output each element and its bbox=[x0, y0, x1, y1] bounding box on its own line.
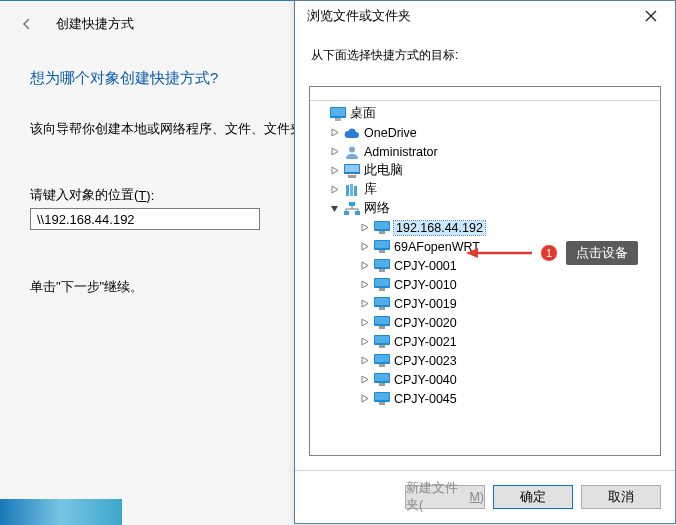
svg-rect-11 bbox=[344, 211, 349, 215]
svg-rect-17 bbox=[375, 241, 389, 248]
dialog-title: 浏览文件或文件夹 bbox=[307, 7, 411, 25]
tree-node-host-1[interactable]: 69AFopenWRT bbox=[314, 237, 657, 256]
tree-node-lvl1-3[interactable]: 库 bbox=[314, 180, 657, 199]
tree-node-host-4[interactable]: CPJY-0019 bbox=[314, 294, 657, 313]
expand-toggle-icon[interactable] bbox=[328, 203, 340, 215]
expand-toggle-icon[interactable] bbox=[358, 374, 370, 386]
new-folder-button[interactable]: 新建文件夹(M) bbox=[405, 485, 485, 509]
svg-rect-24 bbox=[379, 288, 385, 291]
location-input[interactable] bbox=[30, 208, 260, 230]
desktop-icon bbox=[329, 106, 347, 122]
tree-node-desktop[interactable]: 桌面 bbox=[314, 104, 657, 123]
svg-rect-18 bbox=[379, 250, 385, 253]
expand-toggle-icon[interactable] bbox=[328, 184, 340, 196]
expand-toggle-icon[interactable] bbox=[358, 260, 370, 272]
svg-rect-32 bbox=[375, 336, 389, 343]
tree-node-lvl1-0[interactable]: OneDrive bbox=[314, 123, 657, 142]
tree-header-bar bbox=[310, 87, 660, 101]
close-button[interactable] bbox=[631, 3, 671, 29]
folder-tree[interactable]: 桌面OneDriveAdministrator此电脑库网络192.168.44.… bbox=[310, 101, 660, 455]
expand-toggle-icon[interactable] bbox=[358, 222, 370, 234]
svg-rect-1 bbox=[331, 108, 345, 116]
taskbar-fragment bbox=[0, 499, 122, 525]
host-icon bbox=[373, 391, 391, 407]
svg-rect-12 bbox=[355, 211, 360, 215]
svg-rect-23 bbox=[375, 279, 389, 286]
svg-rect-9 bbox=[354, 186, 357, 196]
svg-rect-36 bbox=[379, 364, 385, 367]
expand-toggle-icon[interactable] bbox=[358, 279, 370, 291]
expand-toggle-icon[interactable] bbox=[358, 241, 370, 253]
tree-node-label: CPJY-0021 bbox=[394, 335, 457, 349]
svg-rect-20 bbox=[375, 260, 389, 267]
tree-node-label: 此电脑 bbox=[364, 162, 403, 179]
tree-node-host-3[interactable]: CPJY-0010 bbox=[314, 275, 657, 294]
back-button[interactable] bbox=[18, 15, 36, 33]
host-icon bbox=[373, 277, 391, 293]
svg-rect-8 bbox=[350, 184, 353, 196]
host-icon bbox=[373, 353, 391, 369]
tree-node-host-7[interactable]: CPJY-0023 bbox=[314, 351, 657, 370]
svg-rect-35 bbox=[375, 355, 389, 362]
tree-node-label: CPJY-0010 bbox=[394, 278, 457, 292]
tree-node-host-2[interactable]: CPJY-0001 bbox=[314, 256, 657, 275]
svg-rect-33 bbox=[379, 345, 385, 348]
host-icon bbox=[373, 334, 391, 350]
tree-container: 桌面OneDriveAdministrator此电脑库网络192.168.44.… bbox=[309, 86, 661, 456]
tree-node-label: CPJY-0020 bbox=[394, 316, 457, 330]
host-icon bbox=[373, 258, 391, 274]
host-icon bbox=[373, 296, 391, 312]
tree-node-lvl1-1[interactable]: Administrator bbox=[314, 142, 657, 161]
svg-rect-5 bbox=[345, 165, 359, 172]
tree-node-host-5[interactable]: CPJY-0020 bbox=[314, 313, 657, 332]
wizard-title: 创建快捷方式 bbox=[56, 15, 134, 33]
tree-node-label: CPJY-0023 bbox=[394, 354, 457, 368]
host-icon bbox=[373, 372, 391, 388]
svg-rect-39 bbox=[379, 383, 385, 386]
svg-rect-30 bbox=[379, 326, 385, 329]
svg-rect-7 bbox=[346, 185, 349, 196]
tree-node-label: Administrator bbox=[364, 145, 438, 159]
tree-node-label: CPJY-0040 bbox=[394, 373, 457, 387]
expand-toggle-icon[interactable] bbox=[358, 355, 370, 367]
dialog-hint: 从下面选择快捷方式的目标: bbox=[295, 31, 675, 86]
expand-toggle-icon[interactable] bbox=[328, 127, 340, 139]
host-icon bbox=[373, 220, 391, 236]
tree-node-host-8[interactable]: CPJY-0040 bbox=[314, 370, 657, 389]
tree-node-label: 网络 bbox=[364, 200, 390, 217]
browse-folder-dialog: 浏览文件或文件夹 从下面选择快捷方式的目标: 桌面OneDriveAdminis… bbox=[294, 0, 676, 524]
svg-point-3 bbox=[349, 146, 355, 152]
expand-toggle-icon[interactable] bbox=[358, 317, 370, 329]
tree-node-lvl1-4[interactable]: 网络 bbox=[314, 199, 657, 218]
tree-node-label: 桌面 bbox=[350, 105, 376, 122]
svg-rect-42 bbox=[379, 402, 385, 405]
library-icon bbox=[343, 182, 361, 198]
svg-rect-27 bbox=[379, 307, 385, 310]
network-icon bbox=[343, 201, 361, 217]
expand-toggle-icon[interactable] bbox=[358, 336, 370, 348]
tree-node-host-9[interactable]: CPJY-0045 bbox=[314, 389, 657, 408]
tree-node-label: CPJY-0001 bbox=[394, 259, 457, 273]
tree-node-host-0[interactable]: 192.168.44.192 bbox=[314, 218, 657, 237]
svg-rect-21 bbox=[379, 269, 385, 272]
svg-rect-41 bbox=[375, 393, 389, 400]
svg-rect-26 bbox=[375, 298, 389, 305]
tree-node-host-6[interactable]: CPJY-0021 bbox=[314, 332, 657, 351]
svg-rect-15 bbox=[379, 231, 385, 234]
host-icon bbox=[373, 239, 391, 255]
svg-rect-2 bbox=[335, 118, 341, 121]
ok-button[interactable]: 确定 bbox=[493, 485, 573, 509]
expand-toggle-icon[interactable] bbox=[358, 393, 370, 405]
host-icon bbox=[373, 315, 391, 331]
svg-rect-29 bbox=[375, 317, 389, 324]
tree-node-lvl1-2[interactable]: 此电脑 bbox=[314, 161, 657, 180]
cancel-button[interactable]: 取消 bbox=[581, 485, 661, 509]
expand-toggle-icon[interactable] bbox=[328, 146, 340, 158]
tree-node-label: CPJY-0019 bbox=[394, 297, 457, 311]
expand-toggle-icon[interactable] bbox=[328, 165, 340, 177]
expand-toggle-icon[interactable] bbox=[358, 298, 370, 310]
tree-node-label: OneDrive bbox=[364, 126, 417, 140]
svg-rect-14 bbox=[375, 222, 389, 229]
svg-rect-6 bbox=[348, 175, 356, 178]
tree-node-label: CPJY-0045 bbox=[394, 392, 457, 406]
